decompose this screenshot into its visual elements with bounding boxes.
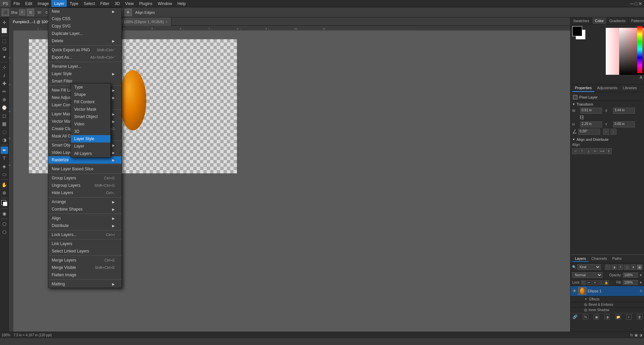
align-btn-3[interactable]: ⊥ [586,148,592,154]
align-btn-1[interactable]: ⊣ [572,148,578,154]
path-btn[interactable]: ⊡ [27,9,34,16]
sub-menu-3d[interactable]: 3D [71,128,110,135]
menu-lock-layers[interactable]: Lock Layers... Ctrl+/ [48,231,121,238]
align-btn-5[interactable]: ⟺ [599,148,605,154]
quick-select-tool[interactable]: ✦ [1,53,8,61]
tab-layers[interactable]: Layers [572,256,589,262]
filter-type-icon[interactable]: T [618,265,623,270]
screen-mode[interactable]: ⬡ [1,220,8,228]
menu-select[interactable]: Select [81,0,97,7]
h-value-input[interactable]: 2.29 in [580,121,602,127]
transform-header[interactable]: ▼ Transform [572,102,642,106]
zoom-tool[interactable]: ⊕ [1,189,8,196]
filter-adjust-icon[interactable]: ◑ [611,265,617,270]
menu-distribute[interactable]: Distribute ▶ [48,222,121,229]
geo-btn4[interactable]: ⚙ [125,9,132,16]
foreground-color-swatch[interactable] [572,26,582,36]
gradient-tool[interactable]: ▦ [1,120,8,127]
lock-paint-icon[interactable]: ✏ [587,280,592,285]
menu-group-layers[interactable]: Group Layers Ctrl+G [48,174,121,182]
heal-tool[interactable]: ✚ [1,80,8,87]
effect-expand-icon[interactable]: ▼ [584,297,588,301]
menu-view[interactable]: View [122,0,137,7]
close-btn[interactable]: ✕ [638,1,642,6]
menu-rename-layer[interactable]: Rename Layer... [48,63,121,70]
menu-export-as[interactable]: Export As... Alt+Shift+Ctrl+' [48,54,121,61]
sub-menu-fill-content[interactable]: Fill Content [71,98,110,106]
menu-hide-layers[interactable]: Hide Layers Ctrl+, [48,189,121,196]
lasso-tool[interactable]: ⵕ [1,45,8,53]
menu-arrange[interactable]: Arrange ▶ [48,198,121,206]
lock-position-icon[interactable]: ✛ [593,280,597,285]
menu-select-linked[interactable]: Select Linked Layers [48,247,121,255]
link-layers-btn[interactable]: 🔗 [572,314,578,320]
tab-channels[interactable]: Channels [589,256,609,262]
tab-libraries[interactable]: Libraries [620,84,640,92]
filter-shape-icon[interactable]: ◻ [624,265,630,270]
sub-menu-shape[interactable]: Shape [71,91,110,98]
link-proportions[interactable]: ⛓ [580,114,584,121]
flip-h-btn[interactable]: ↔ [603,129,609,135]
lock-all-icon[interactable]: 🔒 [604,280,609,285]
menu-help[interactable]: Help [175,0,189,7]
align-btn-4[interactable]: ⊢ [592,148,598,154]
menu-new-layer-slice[interactable]: New Layer Based Slice [48,165,121,173]
tab-color[interactable]: Color [592,17,607,24]
status-mask-btn[interactable]: ▣ [635,333,638,337]
pen-tool[interactable]: ✒ [1,147,8,154]
sub-menu-type[interactable]: Type [71,83,110,91]
marquee-tool[interactable]: ⬚ [1,37,8,45]
menu-layer[interactable]: Layer [51,0,67,7]
menu-ungroup-layers[interactable]: Ungroup Layers Shift+Ctrl+G [48,182,121,189]
layers-kind-select[interactable]: Kind [577,264,601,270]
type-tool[interactable]: T [1,155,8,162]
dodge-tool[interactable]: ◑ [1,136,8,143]
tab-close-untitled[interactable]: × [165,20,167,23]
align-btn-2[interactable]: ⊤ [579,148,585,154]
add-mask-btn[interactable]: ▣ [594,314,599,320]
brush-tool[interactable]: ✏ [1,88,8,95]
filter-smart-icon[interactable]: ★ [631,265,636,270]
tab-gradients[interactable]: Gradients [607,17,629,24]
menu-combine-shapes[interactable]: Combine Shapes ▶ [48,206,121,213]
menu-edit[interactable]: Edit [22,0,35,7]
quick-mask[interactable]: ◉ [1,210,8,217]
fx-button[interactable]: fx [640,289,642,293]
sub-menu-layer-style[interactable]: Layer Style [71,135,110,142]
align-header[interactable]: ▼ Align and Distribute [572,137,642,141]
menu-plugins[interactable]: Plugins [137,0,155,7]
filter-pixel-icon[interactable]: ⬛ [605,265,610,270]
menu-layer-style[interactable]: Layer Style ▶ [48,70,121,77]
new-group-btn[interactable]: 📁 [615,314,621,320]
sub-menu-layer[interactable]: Layer [71,142,110,150]
menu-ps[interactable]: PS [0,0,11,7]
angle-input[interactable]: 0.00° [578,129,600,135]
status-fx-btn[interactable]: fx [630,333,633,337]
crop-tool[interactable]: ⊹ [1,64,8,71]
shape-tool[interactable]: ⬭ [1,171,8,178]
menu-delete[interactable]: Delete ▶ [48,37,121,45]
effect-bevel-emboss[interactable]: Bevel & Emboss [571,302,644,307]
foreground-color[interactable] [1,199,8,207]
rotunda-tool[interactable]: ⬡ [1,228,8,236]
clone-tool[interactable]: ⊕ [1,96,8,103]
menu-window[interactable]: Window [155,0,175,7]
fill-input[interactable]: 100% [623,280,638,285]
sub-menu-all-layers[interactable]: All Layers [71,150,110,157]
menu-type[interactable]: Type [67,0,81,7]
status-adjust-btn[interactable]: ◑ [639,333,642,337]
blend-mode-select[interactable]: Normal [572,272,602,278]
menu-new[interactable]: New ▶ [48,8,121,15]
effect-inner-shadow[interactable]: Inner Shadow [571,307,644,313]
tab-swatches[interactable]: Swatches [571,17,592,24]
maximize-btn[interactable]: □ [635,1,637,6]
sub-menu-vector-mask[interactable]: Vector Mask [71,106,110,113]
x-value-input[interactable]: 3.44 in [613,108,635,114]
add-adjustment-btn[interactable]: ◑ [604,314,610,320]
shape-dropdown[interactable]: ▼ [19,9,25,15]
menu-quick-export[interactable]: Quick Export as PNG Shift+Ctrl+' [48,46,121,54]
tab-paths[interactable]: Paths [610,256,625,262]
menu-merge-visible[interactable]: Merge Visible Shift+Ctrl+E [48,264,121,271]
menu-duplicate-layer[interactable]: Duplicate Layer... [48,30,121,37]
history-tool[interactable]: ⌚ [1,104,8,111]
